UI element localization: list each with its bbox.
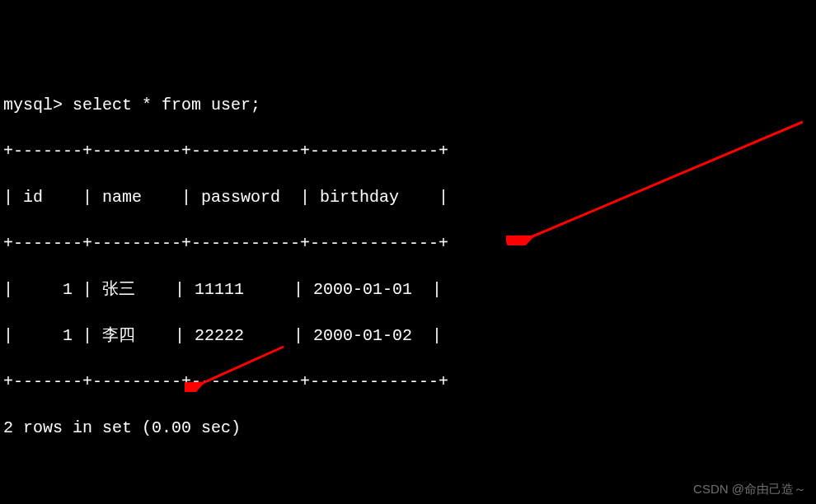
table1-border-bot: +-------+---------+-----------+---------… [3,371,813,394]
table1-border-mid: +-------+---------+-----------+---------… [3,232,813,255]
query1-line: mysql> select * from user; [3,94,813,117]
table1-border-top: +-------+---------+-----------+---------… [3,140,813,163]
blank-line [3,463,813,486]
table1-header: | id | name | password | birthday | [3,186,813,209]
table1-row: | 1 | 张三 | 11111 | 2000-01-01 | [3,278,813,301]
query1: select * from user; [73,96,260,114]
watermark: CSDN @命由己造～ [693,480,806,497]
table1-summary: 2 rows in set (0.00 sec) [3,417,813,440]
prompt: mysql> [3,96,63,114]
svg-line-1 [531,122,803,237]
table1-row: | 1 | 李四 | 22222 | 2000-01-02 | [3,324,813,348]
